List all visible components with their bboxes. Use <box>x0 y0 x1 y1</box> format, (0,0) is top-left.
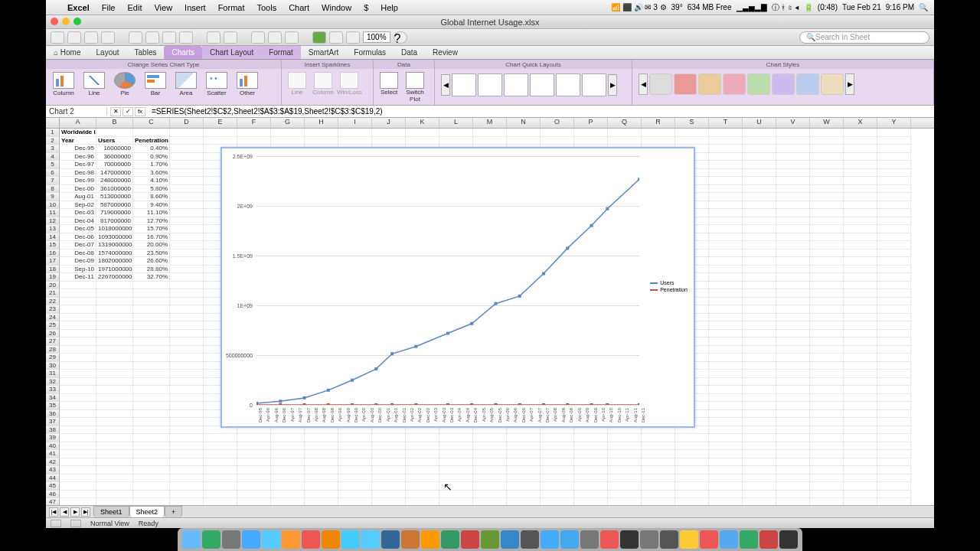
autosum-button[interactable] <box>251 31 265 44</box>
cell-C3[interactable]: 0.40% <box>133 145 170 153</box>
col-header-T[interactable]: T <box>709 118 743 128</box>
cell-V7[interactable] <box>776 177 810 185</box>
cell-C28[interactable] <box>133 346 170 354</box>
cell-X23[interactable] <box>844 305 877 314</box>
cell-C7[interactable]: 4.10% <box>133 177 170 185</box>
chart-type-scatter[interactable]: Scatter <box>202 72 231 96</box>
cell-H2[interactable] <box>305 137 338 145</box>
row-header-3[interactable]: 3 <box>46 145 60 153</box>
cell-U32[interactable] <box>743 378 776 386</box>
cell-Y33[interactable] <box>877 386 911 394</box>
cell-U15[interactable] <box>743 241 776 249</box>
cell-B26[interactable] <box>96 330 133 338</box>
cell-C35[interactable] <box>133 402 170 410</box>
menu-window[interactable]: Window <box>315 3 358 12</box>
cell-J40[interactable] <box>372 442 406 451</box>
col-header-E[interactable]: E <box>204 118 237 128</box>
dock-app-4[interactable] <box>262 530 280 549</box>
dock-app-0[interactable] <box>182 530 201 549</box>
cell-T40[interactable] <box>709 442 743 451</box>
cell-T5[interactable] <box>709 161 743 169</box>
row-header-7[interactable]: 7 <box>46 177 60 185</box>
cell-C31[interactable] <box>133 370 170 378</box>
cell-X4[interactable] <box>844 153 877 161</box>
cell-I45[interactable] <box>338 482 372 491</box>
cell-U18[interactable] <box>743 266 776 274</box>
cell-B42[interactable] <box>96 458 133 467</box>
cell-D9[interactable] <box>170 193 204 201</box>
cell-P44[interactable] <box>574 474 608 483</box>
cell-D12[interactable] <box>170 217 204 226</box>
col-header-G[interactable]: G <box>271 118 305 128</box>
cell-T21[interactable] <box>709 289 743 298</box>
cell-A18[interactable]: Sep-10 <box>60 266 96 274</box>
cell-T7[interactable] <box>709 177 743 185</box>
cell-D41[interactable] <box>170 450 204 458</box>
cell-B16[interactable]: 1574000000 <box>96 249 133 258</box>
chart-type-area[interactable]: Area <box>172 72 201 96</box>
row-header-45[interactable]: 45 <box>46 482 60 491</box>
cell-D2[interactable] <box>170 137 204 145</box>
cell-K42[interactable] <box>406 458 439 467</box>
cell-C1[interactable] <box>133 129 170 137</box>
cell-V37[interactable] <box>776 418 810 426</box>
cell-U28[interactable] <box>743 346 776 354</box>
cell-C37[interactable] <box>133 418 170 426</box>
cell-Q46[interactable] <box>608 491 642 499</box>
cell-T4[interactable] <box>709 153 743 161</box>
cell-X3[interactable] <box>844 145 877 153</box>
cell-M43[interactable] <box>473 466 507 474</box>
cell-F39[interactable] <box>237 434 271 442</box>
cell-O2[interactable] <box>541 137 574 145</box>
cell-H45[interactable] <box>305 482 338 491</box>
cell-P39[interactable] <box>574 434 608 442</box>
row-header-46[interactable]: 46 <box>46 491 60 499</box>
cell-T6[interactable] <box>709 169 743 178</box>
cell-T42[interactable] <box>709 458 743 467</box>
cell-W7[interactable] <box>810 177 844 185</box>
cell-T25[interactable] <box>709 321 743 330</box>
cell-U30[interactable] <box>743 362 776 370</box>
cell-B38[interactable] <box>96 426 133 435</box>
cell-S42[interactable] <box>675 458 709 467</box>
cell-A15[interactable]: Dec-07 <box>60 241 96 249</box>
cell-X5[interactable] <box>844 161 877 169</box>
cell-D4[interactable] <box>170 153 204 161</box>
cell-A35[interactable] <box>60 402 96 410</box>
cell-Y31[interactable] <box>877 370 911 378</box>
cell-B22[interactable] <box>96 298 133 306</box>
cell-X9[interactable] <box>844 193 877 201</box>
cell-S1[interactable] <box>675 129 709 137</box>
cell-T22[interactable] <box>709 298 743 306</box>
cell-I41[interactable] <box>338 450 372 458</box>
cell-D47[interactable] <box>170 498 204 505</box>
cell-U11[interactable] <box>743 209 776 217</box>
cell-K46[interactable] <box>406 491 439 499</box>
cell-R39[interactable] <box>642 434 675 442</box>
cell-V35[interactable] <box>776 402 810 410</box>
sort-button[interactable] <box>268 31 282 44</box>
cell-J2[interactable] <box>372 137 406 145</box>
ribbon-tab-charts[interactable]: Charts <box>164 46 201 59</box>
cell-V42[interactable] <box>776 458 810 467</box>
cell-U10[interactable] <box>743 201 776 210</box>
cell-T36[interactable] <box>709 410 743 419</box>
cell-U44[interactable] <box>743 474 776 483</box>
cell-P2[interactable] <box>574 137 608 145</box>
row-header-35[interactable]: 35 <box>46 402 60 410</box>
cell-X30[interactable] <box>844 362 877 370</box>
cell-S2[interactable] <box>675 137 709 145</box>
cell-L47[interactable] <box>439 498 473 505</box>
cell-B37[interactable] <box>96 418 133 426</box>
cell-W15[interactable] <box>810 241 844 249</box>
cell-D36[interactable] <box>170 410 204 419</box>
cell-A31[interactable] <box>60 370 96 378</box>
add-sheet-button[interactable]: + <box>165 506 182 517</box>
row-header-36[interactable]: 36 <box>46 410 60 419</box>
redo-button[interactable] <box>224 31 237 44</box>
dock-app-15[interactable] <box>481 530 499 549</box>
cell-X18[interactable] <box>844 266 877 274</box>
cell-L1[interactable] <box>439 129 473 137</box>
cell-D29[interactable] <box>170 354 204 362</box>
cell-C10[interactable]: 9.40% <box>133 201 170 210</box>
